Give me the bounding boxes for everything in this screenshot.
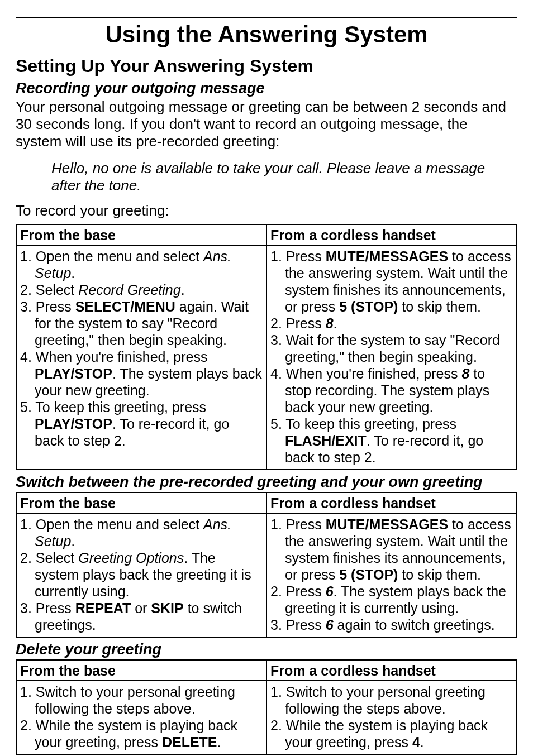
th-base: From the base — [16, 492, 266, 513]
cell-switch-handset: 1. Press MUTE/MESSAGES to access the ans… — [266, 513, 517, 637]
cell-delete-base: 1. Switch to your personal greeting foll… — [16, 681, 266, 754]
recording-lead: To record your greeting: — [16, 202, 517, 219]
th-handset: From a cordless handset — [266, 492, 517, 513]
subsection-switch: Switch between the pre-recorded greeting… — [16, 473, 517, 491]
page-title: Using the Answering System — [16, 21, 517, 48]
top-rule — [16, 17, 517, 18]
th-handset: From a cordless handset — [266, 660, 517, 681]
th-base: From the base — [16, 660, 266, 681]
table-switch: From the base From a cordless handset 1.… — [16, 492, 517, 638]
recording-quote: Hello, no one is available to take your … — [51, 160, 517, 194]
th-handset: From a cordless handset — [266, 224, 517, 245]
th-base: From the base — [16, 224, 266, 245]
cell-recording-handset: 1. Press MUTE/MESSAGES to access the ans… — [266, 245, 517, 470]
page-root: Using the Answering System Setting Up Yo… — [0, 0, 533, 756]
cell-switch-base: 1. Open the menu and select Ans. Setup. … — [16, 513, 266, 637]
cell-recording-base: 1. Open the menu and select Ans. Setup. … — [16, 245, 266, 470]
cell-delete-handset: 1. Switch to your personal greeting foll… — [266, 681, 517, 754]
subsection-delete: Delete your greeting — [16, 641, 517, 658]
table-recording: From the base From a cordless handset 1.… — [16, 224, 517, 470]
table-delete: From the base From a cordless handset 1.… — [16, 659, 517, 755]
recording-intro: Your personal outgoing message or greeti… — [16, 98, 517, 151]
section-heading: Setting Up Your Answering System — [16, 56, 517, 76]
subsection-recording: Recording your outgoing message — [16, 80, 517, 97]
